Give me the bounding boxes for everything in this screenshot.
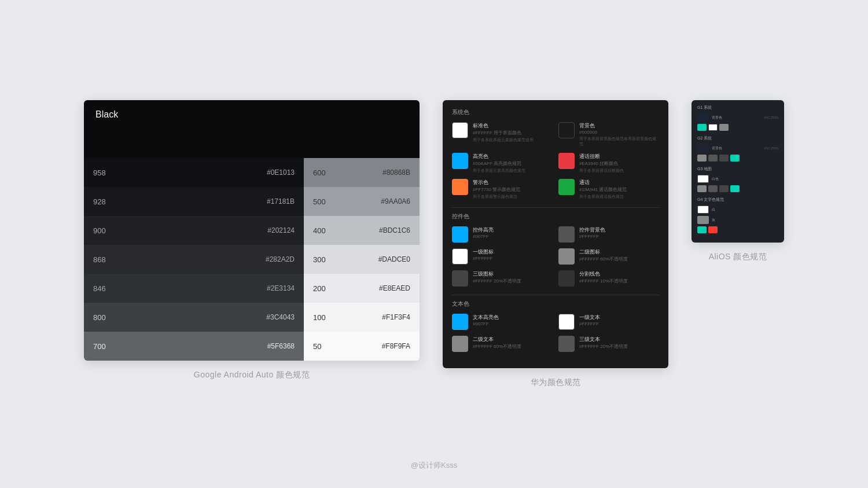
num-800: 800 xyxy=(93,313,116,322)
hw-icon-l1-hex: #FFFFFF xyxy=(473,256,494,261)
num-500: 500 xyxy=(313,197,336,206)
alios-g2-gray1 xyxy=(697,155,707,162)
light-shades-col: 600 #80868B 500 #9AA0A6 400 #BDC1C6 300 … xyxy=(304,158,420,361)
alios-panel-wrapper: G1 系统 背景色 #1C2536 G2 系统 xyxy=(692,100,784,262)
hw-text-l1: 一级文本 #FFFFFF xyxy=(558,314,659,330)
hw-divider-color: 分割线色 #FFFFFF 10%不透明度 xyxy=(558,270,659,287)
alios-g2-row1: 背景色 #1C2536 xyxy=(697,144,778,152)
hw-swatch-blue xyxy=(452,153,468,169)
hw-text-l1-hex: #FFFFFF xyxy=(579,321,600,326)
hw-widget-hl-text: 控件高亮 #007FF xyxy=(473,226,494,239)
google-caption: Google Android Auto 颜色规范 xyxy=(194,370,310,380)
hw-item-text-blue: 高亮色 #00AAFF 高亮颜色规范 用于各界面元素高亮颜色规范 xyxy=(473,153,525,173)
hw-widget-bg: 控件背景色 #FFFFFF xyxy=(558,226,659,243)
hw-text-l2: 二级文本 #FFFFFF 60%不透明度 xyxy=(452,336,553,352)
hex-400: #BDC1C6 xyxy=(379,226,410,234)
hw-widget-bg-text: 控件背景色 #FFFFFF xyxy=(579,226,605,239)
hw-icon-l2-text: 二级图标 #FFFFFF 60%不透明度 xyxy=(579,248,628,262)
alios-g1-swatch1 xyxy=(697,113,709,122)
row-700: 700 #5F6368 xyxy=(84,332,304,361)
hw-swatch-text-l2 xyxy=(452,336,468,352)
hw-text-l2-name: 二级文本 xyxy=(473,336,521,343)
row-500: 500 #9AA0A6 xyxy=(304,187,420,216)
hw-swatch-widget-hl xyxy=(452,226,468,243)
row-50: 50 #F8F9FA xyxy=(304,332,420,361)
hw-text-l2-hex: #FFFFFF 60%不透明度 xyxy=(473,343,521,350)
row-300: 300 #DADCE0 xyxy=(304,245,420,274)
alios-g4-label1: 白 xyxy=(712,207,715,212)
alios-g4-teal xyxy=(697,226,707,233)
hw-item-text-white: 标准色 #FFFFFF 用于界面颜色 用于各系统界面元素颜色规范使用 xyxy=(473,122,534,142)
hw-widget-hl-name: 控件高亮 xyxy=(473,226,494,234)
alios-g4-gray xyxy=(697,216,709,224)
alios-g2-title: G2 系统 xyxy=(697,135,778,141)
alios-g1-hex1: #1C2536 xyxy=(764,116,778,119)
hw-text-l1-name: 一级文本 xyxy=(579,314,600,321)
hw-widget-bg-name: 控件背景色 xyxy=(579,226,605,234)
num-700: 700 xyxy=(93,342,116,351)
hw-item-white: 标准色 #FFFFFF 用于界面颜色 用于各系统界面元素颜色规范使用 xyxy=(452,122,553,146)
hw-name-bg: 背景色 xyxy=(579,122,659,130)
hw-icon-l2-hex: #FFFFFF 60%不透明度 xyxy=(579,256,628,262)
alios-g3-teal xyxy=(730,185,740,192)
num-200: 200 xyxy=(313,284,336,293)
alios-g3-multi xyxy=(697,185,778,192)
hw-swatch-icon-l1 xyxy=(452,248,468,265)
hw-icon-l2: 二级图标 #FFFFFF 60%不透明度 xyxy=(558,248,659,265)
huawei-caption: 华为颜色规范 xyxy=(531,377,581,388)
alios-g3-label1: 白色 xyxy=(712,177,719,182)
huawei-color-panel: 系统色 标准色 #FFFFFF 用于界面颜色 用于各系统界面元素颜色规范使用 xyxy=(443,100,668,368)
num-846: 846 xyxy=(93,284,116,293)
footer-credit: @设计师Ksss xyxy=(411,460,457,471)
hw-divider-2 xyxy=(452,295,659,295)
alios-content: G1 系统 背景色 #1C2536 G2 系统 xyxy=(692,100,784,243)
alios-g1-label1: 背景色 xyxy=(712,115,722,120)
alios-g3-gray3 xyxy=(719,185,729,192)
alios-g4-label2: 灰 xyxy=(712,218,715,223)
alios-g1-section: G1 系统 背景色 #1C2536 xyxy=(697,105,778,131)
alios-g4-row1: 白 xyxy=(697,206,778,214)
hw-hex-blue: #00AAFF 高亮颜色规范 xyxy=(473,160,525,167)
hex-700: #5F6368 xyxy=(267,342,295,350)
hw-item-red: 通话挂断 #EA3940 挂断颜色 用于各界面通话挂断颜色 xyxy=(558,153,659,173)
hw-widget-hl-hex: #007FF xyxy=(473,234,494,239)
hw-name-orange: 警示色 xyxy=(473,179,520,186)
google-color-panel: Black 958 #0E1013 928 #17181B 900 #20212… xyxy=(84,100,420,361)
hw-text-l2-text: 二级文本 #FFFFFF 60%不透明度 xyxy=(473,336,521,350)
hw-swatch-orange xyxy=(452,179,468,195)
color-grid: 958 #0E1013 928 #17181B 900 #202124 868 … xyxy=(84,158,420,361)
alios-g1-title: G1 系统 xyxy=(697,105,778,111)
alios-g2-hex1: #1C2536 xyxy=(764,146,778,150)
num-868: 868 xyxy=(93,255,116,264)
alios-g4-multi xyxy=(697,226,778,233)
hex-928: #17181B xyxy=(267,197,295,206)
hw-item-orange: 警示色 #FF7730 警示颜色规范 用于各界面警示颜色规范 xyxy=(452,179,553,199)
hw-section-system: 系统色 xyxy=(452,108,659,116)
hw-divider-hex: #FFFFFF 10%不透明度 xyxy=(579,278,628,284)
alios-g1-row1: 背景色 #1C2536 xyxy=(697,113,778,122)
google-panel-wrapper: Black 958 #0E1013 928 #17181B 900 #20212… xyxy=(84,100,420,380)
hw-item-text-red: 通话挂断 #EA3940 挂断颜色 用于各界面通话挂断颜色 xyxy=(579,153,624,173)
hw-widget-grid: 控件高亮 #007FF 控件背景色 #FFFFFF xyxy=(452,226,659,287)
hw-swatch-text-l1 xyxy=(558,314,575,330)
hw-desc-green: 用于各界面通话颜色规范 xyxy=(579,194,627,199)
hex-800: #3C4043 xyxy=(266,313,295,321)
row-100: 100 #F1F3F4 xyxy=(304,303,420,332)
num-600: 600 xyxy=(313,168,336,177)
hex-100: #F1F3F4 xyxy=(382,313,410,321)
hw-icon-l3-text: 三级图标 #FFFFFF 20%不透明度 xyxy=(473,270,521,284)
hw-item-text-orange: 警示色 #FF7730 警示颜色规范 用于各界面警示颜色规范 xyxy=(473,179,520,199)
hw-text-l1-text: 一级文本 #FFFFFF xyxy=(579,314,600,326)
hex-600: #80868B xyxy=(382,168,410,177)
huawei-content: 系统色 标准色 #FFFFFF 用于界面颜色 用于各系统界面元素颜色规范使用 xyxy=(443,100,668,368)
hw-text-l3-hex: #FFFFFF 20%不透明度 xyxy=(579,343,628,350)
huawei-panel-wrapper: 系统色 标准色 #FFFFFF 用于界面颜色 用于各系统界面元素颜色规范使用 xyxy=(443,100,668,387)
row-400: 400 #BDC1C6 xyxy=(304,216,420,245)
alios-g2-teal xyxy=(730,155,740,162)
hex-200: #E8EAED xyxy=(379,284,410,292)
hex-868: #282A2D xyxy=(266,255,295,263)
alios-g1-white xyxy=(708,124,718,131)
hw-widget-bg-hex: #FFFFFF xyxy=(579,234,605,239)
hw-item-text-bg: 背景色 #000000 用于各界面背景颜色规范各界面背景颜色规范 xyxy=(579,122,659,146)
hw-system-grid: 标准色 #FFFFFF 用于界面颜色 用于各系统界面元素颜色规范使用 背景色 #… xyxy=(452,122,659,199)
